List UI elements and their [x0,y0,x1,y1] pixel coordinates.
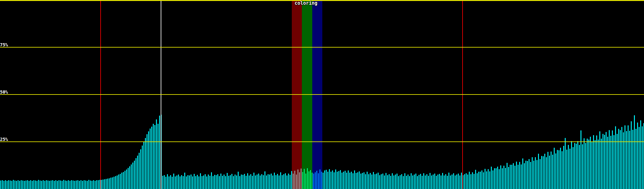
histogram-bar [140,149,141,189]
histogram-bar [569,149,570,189]
histogram-bar [620,130,621,189]
histogram-bar [359,171,360,189]
histogram-bar [253,173,254,189]
histogram-bar [566,150,567,189]
histogram-bar [0,180,1,189]
histogram-bar [10,180,11,189]
histogram-bar [80,180,81,189]
histogram-bar [621,127,622,189]
histogram-bar [195,176,196,189]
histogram-bar [261,174,262,189]
histogram-bar [203,175,204,189]
histogram-bar [18,180,19,189]
histogram-bar [88,180,89,189]
histogram-bar [139,153,140,189]
histogram-bar [529,159,530,189]
histogram-bar [308,171,309,189]
histogram-bar [557,150,558,189]
histogram-bar [132,163,133,189]
histogram-bar [96,180,97,189]
histogram-bar [230,175,231,189]
histogram-bar [365,174,366,189]
histogram-bar [459,175,460,189]
histogram-bar [279,175,280,189]
histogram-bar [598,140,599,189]
histogram-bar [378,173,379,189]
histogram-bar [488,169,489,189]
histogram-bar [180,176,180,189]
histogram-bar [109,178,110,189]
histogram-bar [302,172,303,189]
histogram-bar [574,143,575,189]
histogram-bar [329,169,330,189]
histogram-bar [601,139,602,189]
histogram-bar [631,121,632,189]
histogram-bar [296,175,297,189]
histogram-bar [3,181,4,189]
histogram-bar [165,177,166,189]
histogram-bar [25,180,26,189]
histogram-bar [404,173,405,189]
histogram-bar [576,144,577,189]
histogram-bar [128,168,129,189]
histogram-bar [76,180,77,189]
histogram-bar [74,181,75,189]
histogram-bar [175,176,176,189]
histogram-bar [137,156,138,189]
histogram-bar [381,174,382,189]
histogram-bar [533,161,534,189]
histogram-bar [112,177,113,189]
histogram-bar [57,181,58,189]
histogram-bar [455,175,456,189]
histogram-bar [422,176,423,189]
histogram-bar [22,180,23,189]
histogram-bar [434,174,435,189]
histogram-bar [587,139,588,189]
histogram-bar [126,169,127,189]
histogram-bar [154,125,155,189]
histogram-bar [227,173,228,189]
histogram-bar [233,176,234,189]
histogram-bar [51,180,52,189]
histogram-bar [206,176,207,189]
y-axis-label-50: 50% [0,90,8,94]
histogram-bar [272,175,273,189]
histogram-bar [249,175,250,189]
histogram-bar [65,180,66,189]
histogram-bar [16,181,17,189]
histogram-bar [131,164,132,189]
histogram-bar [286,175,287,189]
histogram-bar [538,154,539,189]
histogram-bar [480,172,481,189]
histogram-bar [527,161,528,189]
histogram-bar [35,180,36,189]
histogram-bar [241,175,242,189]
histogram-bar [610,136,611,189]
histogram-bar [68,180,69,189]
histogram-bar [406,176,407,189]
histogram-bar [368,174,369,189]
histogram-bar [280,172,281,189]
histogram-bar [532,157,533,189]
histogram-bar [192,176,193,189]
histogram-bar [617,134,618,189]
histogram-bar [348,170,349,189]
histogram-bar [211,172,212,189]
histogram-bar [349,173,350,189]
histogram-bar [246,176,247,189]
histogram-bar [426,174,427,189]
histogram-bar [340,170,341,189]
histogram-bar [263,175,264,189]
histogram-bar [14,180,15,189]
histogram-bar [250,174,251,189]
histogram-bar [579,145,580,189]
histogram-bar [40,180,41,189]
histogram-bar [242,175,243,189]
histogram-bar [639,127,640,189]
histogram-bar [478,172,479,189]
histogram-bar [376,174,377,189]
histogram-bar [596,135,597,189]
histogram-bar [466,173,467,189]
histogram-bar [106,179,107,189]
histogram-bar [156,119,157,189]
